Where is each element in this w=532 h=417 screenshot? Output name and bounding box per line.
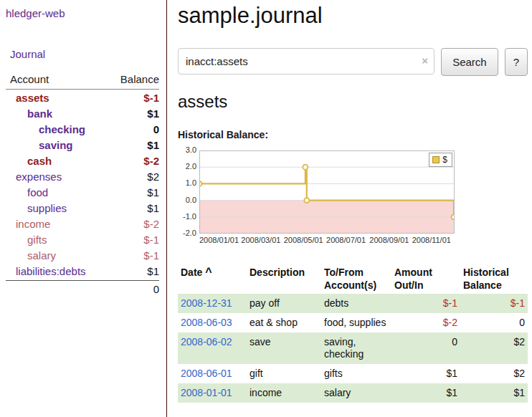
account-link-liabilities-debts[interactable]: liabilities:debts: [16, 265, 86, 277]
transaction-description: income: [247, 383, 321, 403]
chart-x-axis: 2008/01/012008/03/012008/05/012008/07/01…: [178, 236, 459, 246]
account-balance: $2: [147, 171, 159, 183]
account-link-salary[interactable]: salary: [27, 249, 56, 262]
account-link-expenses[interactable]: expenses: [16, 171, 62, 183]
help-button[interactable]: ?: [505, 48, 528, 76]
legend-label: $: [442, 155, 447, 165]
accounts-table-header: Account Balance: [6, 70, 159, 90]
x-axis-label: 2008/05/01: [284, 236, 323, 244]
chart-title: Historical Balance:: [178, 129, 528, 140]
account-row: checking0: [6, 121, 159, 137]
x-axis-label: 2008/01/01: [199, 236, 239, 244]
transaction-description: pay off: [247, 294, 321, 313]
register-table: Date ^ Description To/From Account(s) Am…: [178, 264, 528, 403]
account-balance: $-1: [143, 234, 159, 246]
account-balance: $1: [147, 265, 159, 277]
y-axis-label: 0.0: [178, 196, 196, 204]
register-row: 2008-01-01incomesalary$1$1: [178, 383, 528, 403]
account-row: cash$-2: [6, 153, 159, 168]
account-balance: $-2: [143, 155, 159, 167]
transaction-date-link[interactable]: 2008-06-03: [181, 317, 232, 328]
app-title-link[interactable]: hledger-web: [6, 7, 161, 19]
main-content: sample.journal × Search ? assets Histori…: [168, 0, 532, 417]
accounts-total-row: 0: [6, 280, 159, 295]
transaction-amount: $1: [391, 364, 460, 383]
transaction-amount: $1: [391, 383, 460, 403]
column-header-accounts: To/From Account(s): [321, 264, 391, 294]
transaction-balance: $2: [460, 332, 528, 364]
accounts-total-value: 0: [153, 283, 159, 295]
transaction-accounts: debts: [321, 294, 391, 313]
account-link-income[interactable]: income: [16, 218, 50, 230]
column-header-balance: Historical Balance: [460, 264, 528, 294]
account-row: income$-2: [6, 216, 159, 231]
transaction-date-link[interactable]: 2008-06-02: [181, 336, 232, 348]
account-balance: 0: [153, 123, 159, 135]
transaction-date-link[interactable]: 2008-01-01: [181, 387, 232, 398]
account-link-gifts[interactable]: gifts: [27, 234, 47, 246]
page-title: sample.journal: [178, 3, 528, 29]
register-header-row: Date ^ Description To/From Account(s) Am…: [178, 264, 528, 294]
account-link-supplies[interactable]: supplies: [27, 202, 67, 214]
transaction-date-cell: 2008-06-02: [178, 332, 247, 364]
search-button[interactable]: Search: [441, 48, 498, 76]
column-header-date[interactable]: Date ^: [178, 264, 247, 294]
transaction-description: eat & shop: [247, 313, 321, 332]
transaction-date-link[interactable]: 2008-06-01: [181, 368, 232, 379]
column-header-amount: Amount Out/In: [391, 264, 460, 294]
register-row: 2008-06-03eat & shopfood, supplies$-20: [178, 313, 528, 332]
account-row: food$1: [6, 184, 159, 200]
account-balance: $1: [147, 107, 159, 120]
accounts-list: assets$-1bank$1checking0saving$1cash$-2e…: [6, 90, 159, 279]
account-balance: $1: [147, 202, 159, 214]
chart-legend: $: [429, 153, 452, 167]
sidebar: hledger-web Journal Account Balance asse…: [0, 0, 167, 417]
chart-canvas: [199, 150, 455, 234]
account-link-cash[interactable]: cash: [27, 155, 52, 167]
transaction-balance: 0: [460, 313, 528, 332]
transaction-date-link[interactable]: 2008-12-31: [181, 297, 232, 309]
account-link-food[interactable]: food: [27, 186, 48, 198]
transaction-amount: $-2: [391, 313, 460, 332]
historical-balance-chart: 3.02.01.00.0-1.0-2.0 $ 2008/01/012008/03…: [178, 146, 459, 249]
account-row: gifts$-1: [6, 231, 159, 247]
transaction-description: gift: [247, 364, 321, 383]
transaction-accounts: food, supplies: [321, 313, 391, 332]
nav-journal-link[interactable]: Journal: [10, 48, 161, 60]
account-row: assets$-1: [6, 90, 159, 105]
account-row: salary$-1: [6, 247, 159, 263]
y-axis-label: 3.0: [178, 145, 196, 154]
account-row: bank$1: [6, 105, 159, 121]
sort-ascending-icon: ^: [205, 266, 212, 278]
transaction-accounts: saving, checking: [321, 332, 391, 364]
account-row: expenses$2: [6, 168, 159, 184]
search-input[interactable]: [178, 48, 434, 75]
y-axis-label: 1.0: [178, 178, 196, 187]
register-row: 2008-12-31pay offdebts$-1$-1: [178, 294, 528, 313]
x-axis-label: 2008/07/01: [326, 236, 366, 244]
account-link-checking[interactable]: checking: [39, 123, 85, 135]
transaction-date-cell: 2008-06-03: [178, 313, 247, 332]
transaction-date-cell: 2008-12-31: [178, 294, 247, 313]
clear-search-icon[interactable]: ×: [422, 55, 428, 66]
account-link-saving[interactable]: saving: [39, 139, 73, 151]
account-row: saving$1: [6, 137, 159, 153]
accounts-table: Account Balance assets$-1bank$1checking0…: [6, 70, 159, 295]
legend-swatch: [432, 156, 440, 163]
transaction-balance: $2: [460, 364, 528, 383]
transaction-amount: $-1: [391, 294, 460, 313]
account-row: supplies$1: [6, 200, 159, 216]
account-link-assets[interactable]: assets: [16, 92, 49, 104]
account-balance: $-1: [143, 249, 159, 262]
transaction-balance: $1: [460, 383, 528, 403]
column-header-description: Description: [247, 264, 321, 294]
transaction-accounts: gifts: [321, 364, 391, 383]
transaction-balance: $-1: [460, 294, 528, 313]
account-balance: $-1: [143, 92, 159, 104]
accounts-header-balance: Balance: [120, 73, 159, 85]
account-heading: assets: [178, 92, 528, 112]
transaction-amount: 0: [391, 332, 460, 364]
account-link-bank[interactable]: bank: [27, 107, 52, 120]
transaction-date-cell: 2008-01-01: [178, 383, 247, 403]
x-axis-label: 2008/09/01: [369, 236, 409, 244]
